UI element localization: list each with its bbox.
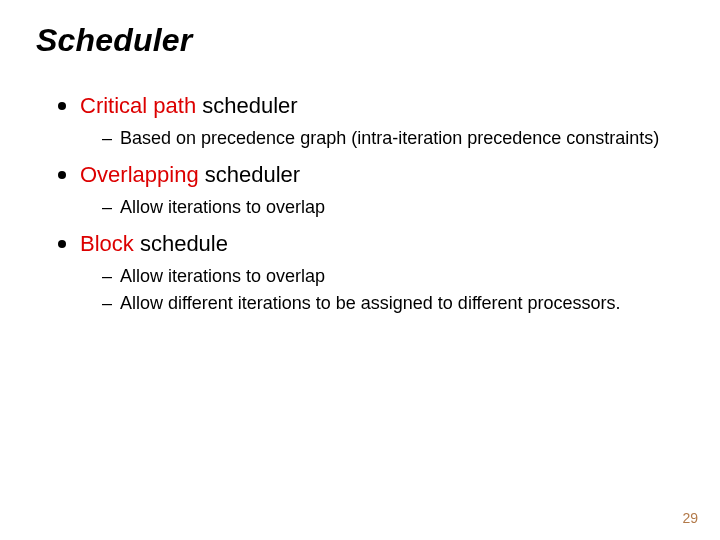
heading-highlight: Block: [80, 231, 134, 256]
bullet-item-critical-path: Critical path scheduler Based on precede…: [58, 91, 684, 150]
sub-list: Based on precedence graph (intra-iterati…: [80, 127, 684, 150]
sub-item: Based on precedence graph (intra-iterati…: [102, 127, 684, 150]
heading-rest: scheduler: [199, 162, 301, 187]
sub-item: Allow iterations to overlap: [102, 196, 684, 219]
bullet-item-overlapping: Overlapping scheduler Allow iterations t…: [58, 160, 684, 219]
sub-item: Allow iterations to overlap: [102, 265, 684, 288]
heading-rest: scheduler: [196, 93, 298, 118]
sub-item: Allow different iterations to be assigne…: [102, 292, 684, 315]
page-number: 29: [682, 510, 698, 526]
bullet-list: Critical path scheduler Based on precede…: [36, 91, 684, 316]
sub-list: Allow iterations to overlap Allow differ…: [80, 265, 684, 316]
sub-list: Allow iterations to overlap: [80, 196, 684, 219]
bullet-item-block: Block schedule Allow iterations to overl…: [58, 229, 684, 315]
slide-title: Scheduler: [36, 22, 684, 59]
heading-highlight: Critical path: [80, 93, 196, 118]
slide: Scheduler Critical path scheduler Based …: [0, 0, 720, 540]
heading-highlight: Overlapping: [80, 162, 199, 187]
heading-rest: schedule: [134, 231, 228, 256]
